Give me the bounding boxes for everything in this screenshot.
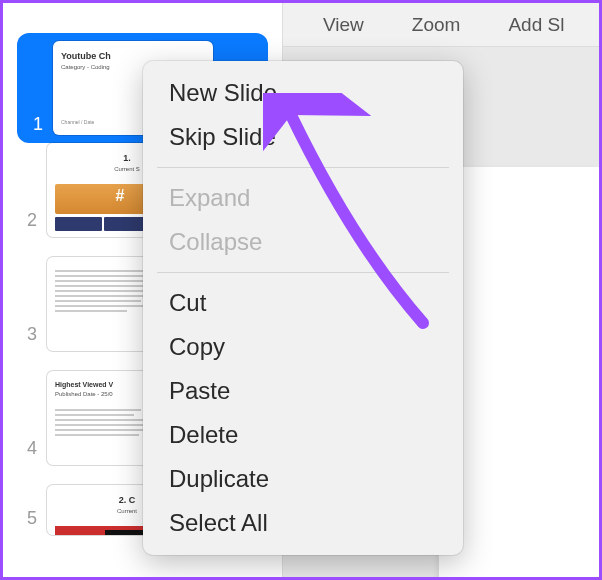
menu-delete[interactable]: Delete <box>143 413 463 457</box>
context-menu: New Slide Skip Slide Expand Collapse Cut… <box>143 61 463 555</box>
slide-number: 3 <box>17 324 37 351</box>
slide-number: 5 <box>17 508 37 535</box>
toolbar-zoom[interactable]: Zoom <box>412 14 461 36</box>
toolbar: View Zoom Add Sl <box>283 3 599 47</box>
menu-duplicate[interactable]: Duplicate <box>143 457 463 501</box>
menu-expand: Expand <box>143 176 463 220</box>
slide-number: 4 <box>17 438 37 465</box>
menu-new-slide[interactable]: New Slide <box>143 71 463 115</box>
menu-skip-slide[interactable]: Skip Slide <box>143 115 463 159</box>
menu-separator <box>157 167 449 168</box>
thumb-footer: Channel / Date <box>61 119 94 125</box>
slide-number: 1 <box>23 114 43 135</box>
menu-select-all[interactable]: Select All <box>143 501 463 545</box>
menu-collapse: Collapse <box>143 220 463 264</box>
toolbar-add-slide[interactable]: Add Sl <box>508 14 564 36</box>
slide-number: 2 <box>17 210 37 237</box>
menu-paste[interactable]: Paste <box>143 369 463 413</box>
thumb-title: Youtube Ch <box>61 51 205 61</box>
menu-copy[interactable]: Copy <box>143 325 463 369</box>
toolbar-view[interactable]: View <box>323 14 364 36</box>
slide-canvas[interactable] <box>439 167 599 580</box>
menu-separator <box>157 272 449 273</box>
menu-cut[interactable]: Cut <box>143 281 463 325</box>
